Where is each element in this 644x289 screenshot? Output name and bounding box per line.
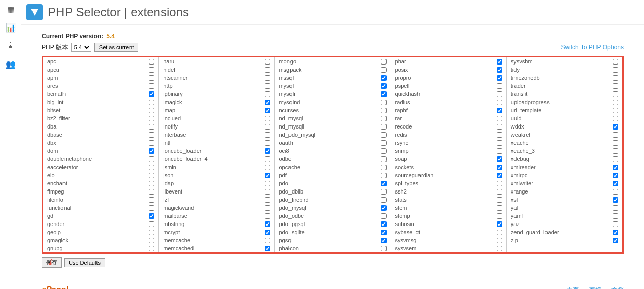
extension-label[interactable]: fileinfo bbox=[47, 197, 63, 203]
extension-label[interactable]: nd_mysql bbox=[279, 115, 303, 121]
extension-checkbox[interactable] bbox=[149, 197, 154, 203]
extension-label[interactable]: mbstring bbox=[163, 221, 184, 227]
extension-checkbox[interactable] bbox=[149, 91, 154, 97]
extension-label[interactable]: translit bbox=[511, 91, 527, 97]
extension-label[interactable]: uuid bbox=[511, 115, 522, 121]
extension-checkbox[interactable] bbox=[265, 91, 270, 97]
extension-checkbox[interactable] bbox=[265, 173, 270, 178]
extension-checkbox[interactable] bbox=[265, 116, 270, 121]
extension-label[interactable]: redis bbox=[395, 132, 407, 138]
extension-label[interactable]: nd_pdo_mysql bbox=[279, 132, 315, 138]
extension-checkbox[interactable] bbox=[265, 75, 270, 81]
extension-checkbox[interactable] bbox=[613, 156, 618, 162]
extension-checkbox[interactable] bbox=[497, 189, 502, 195]
extension-checkbox[interactable] bbox=[497, 165, 502, 170]
footer-link-home[interactable]: 主页 bbox=[567, 286, 579, 290]
extension-checkbox[interactable] bbox=[497, 221, 502, 227]
extension-label[interactable]: pdo_sqlite bbox=[279, 229, 304, 235]
extension-label[interactable]: uri_template bbox=[511, 107, 542, 113]
extension-label[interactable]: uploadprogress bbox=[511, 99, 550, 105]
extension-label[interactable]: doublemetaphone bbox=[47, 156, 92, 162]
extension-checkbox[interactable] bbox=[381, 59, 387, 65]
extension-checkbox[interactable] bbox=[497, 238, 502, 243]
extension-label[interactable]: trader bbox=[511, 83, 526, 89]
extension-checkbox[interactable] bbox=[149, 181, 154, 186]
extension-checkbox[interactable] bbox=[149, 205, 154, 211]
extension-label[interactable]: dom bbox=[47, 148, 58, 154]
extension-checkbox[interactable] bbox=[265, 140, 270, 146]
extension-label[interactable]: oauth bbox=[279, 140, 293, 146]
extension-label[interactable]: zend_guard_loader bbox=[511, 229, 559, 235]
extension-checkbox[interactable] bbox=[497, 230, 502, 235]
nav-dashboard-icon[interactable]: 🌡 bbox=[0, 37, 21, 55]
extension-label[interactable]: soap bbox=[395, 156, 407, 162]
extension-checkbox[interactable] bbox=[613, 124, 618, 130]
extension-checkbox[interactable] bbox=[497, 67, 502, 73]
extension-label[interactable]: mcrypt bbox=[163, 229, 180, 235]
extension-checkbox[interactable] bbox=[497, 213, 502, 219]
extension-checkbox[interactable] bbox=[381, 230, 387, 235]
extension-label[interactable]: ncurses bbox=[279, 107, 299, 113]
extension-checkbox[interactable] bbox=[497, 91, 502, 97]
extension-label[interactable]: haru bbox=[163, 58, 174, 65]
extension-label[interactable]: snmp bbox=[395, 148, 409, 154]
extension-label[interactable]: sourceguardian bbox=[395, 172, 434, 178]
extension-checkbox[interactable] bbox=[149, 173, 154, 178]
extension-checkbox[interactable] bbox=[497, 140, 502, 146]
extension-checkbox[interactable] bbox=[613, 189, 618, 195]
extension-label[interactable]: yaz bbox=[511, 221, 520, 227]
extension-checkbox[interactable] bbox=[265, 156, 270, 162]
extension-label[interactable]: timezonedb bbox=[511, 75, 540, 81]
extension-label[interactable]: rar bbox=[395, 115, 402, 121]
extension-checkbox[interactable] bbox=[381, 132, 387, 138]
extension-checkbox[interactable] bbox=[265, 221, 270, 227]
extension-checkbox[interactable] bbox=[265, 132, 270, 138]
extension-checkbox[interactable] bbox=[265, 246, 270, 251]
extension-checkbox[interactable] bbox=[381, 205, 387, 211]
extension-checkbox[interactable] bbox=[497, 197, 502, 203]
extension-label[interactable]: xmlwriter bbox=[511, 180, 533, 186]
extension-checkbox[interactable] bbox=[497, 246, 502, 251]
extension-checkbox[interactable] bbox=[497, 83, 502, 89]
extension-checkbox[interactable] bbox=[265, 165, 270, 170]
extension-checkbox[interactable] bbox=[149, 189, 154, 195]
extension-checkbox[interactable] bbox=[497, 59, 502, 65]
extension-checkbox[interactable] bbox=[265, 83, 270, 89]
extension-label[interactable]: gd bbox=[47, 213, 53, 219]
extension-label[interactable]: inotify bbox=[163, 123, 178, 130]
extension-label[interactable]: sockets bbox=[395, 164, 414, 170]
extension-label[interactable]: eaccelerator bbox=[47, 164, 78, 170]
extension-label[interactable]: quickhash bbox=[395, 91, 421, 97]
extension-label[interactable]: pgsql bbox=[279, 237, 292, 243]
extension-label[interactable]: mysqli bbox=[279, 91, 295, 97]
extension-checkbox[interactable] bbox=[381, 148, 387, 154]
extension-checkbox[interactable] bbox=[265, 230, 270, 235]
extension-checkbox[interactable] bbox=[381, 156, 387, 162]
extension-checkbox[interactable] bbox=[149, 148, 154, 154]
extension-checkbox[interactable] bbox=[613, 238, 618, 243]
extension-label[interactable]: xmlreader bbox=[511, 164, 536, 170]
extension-label[interactable]: bitset bbox=[47, 107, 60, 113]
extension-checkbox[interactable] bbox=[381, 221, 387, 227]
extension-checkbox[interactable] bbox=[613, 205, 618, 211]
extension-label[interactable]: apm bbox=[47, 75, 58, 81]
extension-checkbox[interactable] bbox=[149, 100, 154, 105]
extension-label[interactable]: xcache bbox=[511, 140, 529, 146]
extension-checkbox[interactable] bbox=[497, 205, 502, 211]
extension-checkbox[interactable] bbox=[613, 116, 618, 121]
extension-label[interactable]: libevent bbox=[163, 188, 182, 195]
extension-checkbox[interactable] bbox=[497, 116, 502, 121]
php-version-select[interactable]: 5.4 bbox=[71, 43, 91, 52]
extension-checkbox[interactable] bbox=[613, 140, 618, 146]
extension-checkbox[interactable] bbox=[613, 75, 618, 81]
extension-checkbox[interactable] bbox=[613, 181, 618, 186]
nav-apps-icon[interactable]: ▦ bbox=[0, 0, 21, 18]
extension-label[interactable]: enchant bbox=[47, 180, 67, 186]
extension-label[interactable]: ffmpeg bbox=[47, 188, 64, 195]
extension-label[interactable]: pdo bbox=[279, 180, 288, 186]
extension-label[interactable]: gender bbox=[47, 221, 65, 227]
extension-label[interactable]: eio bbox=[47, 172, 55, 178]
extension-checkbox[interactable] bbox=[381, 165, 387, 170]
extension-label[interactable]: yaf bbox=[511, 205, 519, 211]
extension-checkbox[interactable] bbox=[265, 108, 270, 113]
